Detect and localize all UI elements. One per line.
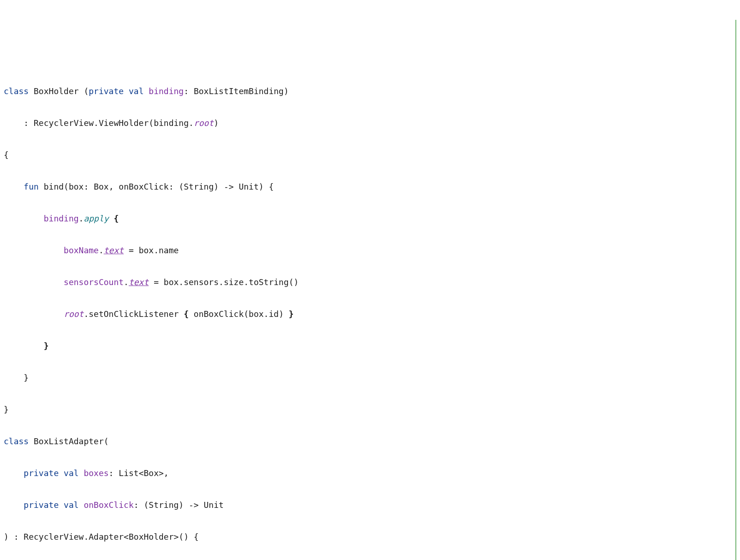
code-line[interactable]: class BoxListAdapter( bbox=[4, 434, 735, 450]
code-line[interactable]: binding.apply { bbox=[4, 211, 735, 227]
code-line[interactable]: private val onBoxClick: (String) -> Unit bbox=[4, 497, 735, 513]
code-line[interactable]: } bbox=[4, 402, 735, 418]
code-line[interactable]: { bbox=[4, 147, 735, 163]
code-line[interactable]: class BoxHolder (private val binding: Bo… bbox=[4, 83, 735, 100]
code-line[interactable]: : RecyclerView.ViewHolder(binding.root) bbox=[4, 115, 735, 131]
code-editor[interactable]: { "code": { "tokens": { "class": "class"… bbox=[4, 20, 736, 560]
code-line[interactable]: ) : RecyclerView.Adapter<BoxHolder>() { bbox=[4, 529, 735, 545]
code-line[interactable]: sensorsCount.text = box.sensors.size.toS… bbox=[4, 274, 735, 291]
code-line[interactable]: fun bind(box: Box, onBoxClick: (String) … bbox=[4, 179, 735, 195]
code-line[interactable]: private val boxes: List<Box>, bbox=[4, 465, 735, 482]
code-line[interactable]: } bbox=[4, 370, 735, 386]
code-line[interactable]: } bbox=[4, 338, 735, 354]
code-line[interactable]: boxName.text = box.name bbox=[4, 243, 735, 259]
code-line[interactable]: root.setOnClickListener { onBoxClick(box… bbox=[4, 306, 735, 322]
